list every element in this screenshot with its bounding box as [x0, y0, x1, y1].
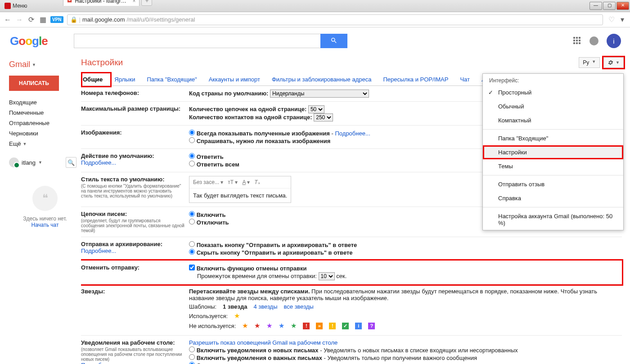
dd-help[interactable]: Справка — [483, 191, 623, 205]
notifications-icon[interactable] — [590, 36, 598, 45]
nav-more[interactable]: Ещё ▼ — [9, 139, 81, 149]
speed-dial-icon[interactable]: ▦ — [39, 16, 47, 24]
reload-icon[interactable]: ⟳ — [27, 16, 35, 24]
hangouts-user[interactable]: itlang ▼ 🔍 — [9, 157, 81, 168]
window-controls: — ▢ ✕ — [590, 2, 630, 10]
search-form — [74, 34, 347, 48]
nav-drafts[interactable]: Черновики — [9, 128, 81, 139]
undo-enable[interactable]: Включить функцию отмены отправки — [189, 265, 622, 272]
maximize-button[interactable]: ▢ — [603, 2, 616, 10]
default-action-more[interactable]: Подробнее... — [81, 159, 116, 166]
send-archive-show[interactable]: Показать кнопку "Отправить и архивироват… — [189, 241, 622, 248]
images-more-link[interactable]: Подробнее... — [335, 130, 370, 137]
dd-inbox-config[interactable]: Папка "Входящие" — [483, 131, 623, 145]
stars-preset-1[interactable]: 1 звезда — [223, 303, 247, 310]
search-input[interactable] — [74, 34, 320, 48]
font-family-picker[interactable]: Без засе... ▾ — [193, 179, 223, 185]
tab-chat[interactable]: Чат — [458, 72, 472, 85]
dd-density-comfortable[interactable]: Просторный — [483, 85, 623, 99]
nav-sent[interactable]: Отправленные — [9, 118, 81, 128]
close-window-button[interactable]: ✕ — [616, 2, 629, 10]
dd-interface-label: Интерфейс: — [483, 74, 623, 85]
threads-per-page[interactable]: 50 — [308, 105, 324, 113]
star-red-icon[interactable]: ★ — [254, 322, 260, 330]
dd-density-cozy[interactable]: Обычный — [483, 99, 623, 113]
country-select[interactable]: Нидерланды — [270, 90, 369, 98]
product-switcher[interactable]: Gmail ▼ — [9, 60, 81, 69]
tab-title: Настройки - itlangru@gm... — [75, 0, 128, 4]
star-yellow-icon[interactable]: ★ — [234, 312, 240, 320]
desktop-more[interactable]: Подробнее... — [81, 362, 116, 364]
minimize-button[interactable]: — — [590, 2, 602, 10]
desktop-important[interactable]: Включить уведомления о важных письмах - … — [189, 354, 622, 361]
google-logo[interactable]: Google — [10, 34, 48, 48]
send-archive-label: Отправка и архивирование: — [81, 241, 162, 247]
browser-tab[interactable]: Настройки - itlangru@gm... × — [63, 0, 140, 6]
search-button[interactable] — [320, 34, 347, 48]
tab-filters[interactable]: Фильтры и заблокированные адреса — [270, 72, 373, 85]
clear-formatting-icon[interactable]: Tₓ — [254, 179, 260, 185]
desktop-off[interactable]: Отключить уведомления о новых письмах — [189, 362, 622, 364]
forward-icon[interactable]: → — [15, 16, 23, 24]
pagesize-label: Максимальный размер страницы: — [81, 105, 189, 121]
stars-label: Звезды: — [81, 288, 189, 332]
star-green-icon[interactable]: ★ — [291, 322, 297, 330]
info-blue-icon[interactable]: i — [355, 323, 362, 329]
images-label: Изображения: — [81, 129, 189, 145]
browser-toolbar: ← → ⟳ ▦ VPN 🔒 | mail.google.com/mail/u/0… — [0, 12, 630, 27]
page-title: Настройки — [81, 58, 123, 67]
tab-general[interactable]: Общие — [81, 72, 104, 85]
browser-menu-button[interactable]: Меню — [0, 0, 32, 12]
extensions-icon[interactable]: ▾ — [618, 16, 626, 24]
account-avatar[interactable]: i — [607, 34, 621, 48]
contacts-per-page[interactable]: 250 — [314, 113, 333, 121]
tab-accounts[interactable]: Аккаунты и импорт — [207, 72, 262, 85]
stars-preset-4[interactable]: 4 звезды — [253, 303, 277, 310]
tab-strip: Настройки - itlangru@gm... × + — [63, 0, 152, 6]
back-icon[interactable]: ← — [4, 16, 12, 24]
desktop-allow-link[interactable]: Разрешить показ оповещений Gmail на рабо… — [189, 339, 338, 346]
font-size-picker[interactable]: тТ ▾ — [228, 179, 238, 185]
send-archive-hide[interactable]: Скрыть кнопку "Отправить и архивировать"… — [189, 249, 622, 256]
desktop-new[interactable]: Включить уведомления о новых письмах - У… — [189, 346, 622, 354]
search-icon — [330, 37, 338, 44]
dd-account-setup[interactable]: Настройка аккаунта Gmail (выполнено: 50 … — [483, 209, 623, 230]
question-purple-icon[interactable]: ? — [368, 323, 375, 329]
bang-red-icon[interactable]: ! — [303, 323, 310, 329]
google-header: Google i — [0, 27, 630, 54]
address-bar[interactable]: 🔒 | mail.google.com/mail/u/0/#settings/g… — [67, 14, 603, 25]
dd-density-compact[interactable]: Компактный — [483, 113, 623, 127]
dd-feedback[interactable]: Отправить отзыв — [483, 177, 623, 191]
nav-starred[interactable]: Помеченные — [9, 108, 81, 118]
compose-button[interactable]: НАПИСАТЬ — [9, 76, 59, 91]
star-orange-icon[interactable]: ★ — [242, 322, 248, 330]
bang-yellow-icon[interactable]: ! — [329, 323, 336, 329]
star-blue-icon[interactable]: ★ — [279, 322, 284, 330]
tab-labels[interactable]: Ярлыки — [112, 72, 137, 85]
tab-inbox[interactable]: Папка "Входящие" — [145, 72, 198, 85]
gmail-favicon — [67, 0, 72, 4]
hangouts-search-icon[interactable]: 🔍 — [66, 157, 76, 168]
send-archive-more[interactable]: Подробнее... — [81, 247, 116, 254]
settings-gear-button[interactable]: ▼ — [603, 57, 624, 68]
arrow-orange-icon[interactable]: » — [316, 323, 323, 329]
input-language-button[interactable]: Ру▼ — [579, 57, 600, 68]
check-green-icon[interactable]: ✓ — [342, 323, 349, 329]
vpn-badge[interactable]: VPN — [50, 16, 63, 23]
new-tab-button[interactable]: + — [141, 0, 152, 6]
undo-period-select[interactable]: 10 — [319, 272, 335, 280]
star-purple-icon[interactable]: ★ — [266, 322, 272, 330]
tab-forwarding[interactable]: Пересылка и POP/IMAP — [381, 72, 450, 85]
dd-settings[interactable]: Настройки — [483, 145, 623, 159]
font-color-picker[interactable]: A ▾ — [243, 179, 250, 185]
url-host: mail.google.com — [82, 16, 125, 23]
google-apps-icon[interactable] — [573, 37, 581, 45]
user-avatar-icon — [9, 157, 19, 167]
dd-themes[interactable]: Темы — [483, 159, 623, 173]
nav-inbox[interactable]: Входящие — [9, 97, 81, 108]
start-chat-link[interactable]: Начать чат — [32, 222, 59, 228]
bookmark-icon[interactable]: ♡ — [608, 15, 615, 24]
close-tab-icon[interactable]: × — [132, 0, 135, 4]
stars-preset-all[interactable]: все звезды — [284, 303, 314, 310]
undo-label: Отменить отправку: — [81, 264, 189, 280]
